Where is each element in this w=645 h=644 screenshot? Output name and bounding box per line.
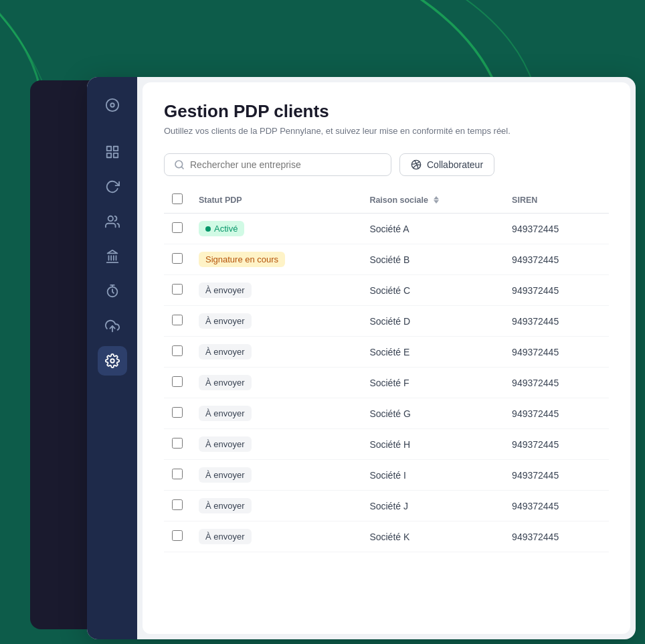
- svg-point-6: [108, 216, 112, 221]
- search-box[interactable]: [164, 153, 391, 176]
- table-row: Signature en coursSociété B949372445: [164, 244, 609, 275]
- statut-cell: À envoyer: [191, 368, 361, 398]
- row-checkbox-cell: [164, 214, 191, 244]
- row-checkbox-cell: [164, 491, 191, 521]
- th-raison[interactable]: Raison sociale: [361, 187, 504, 214]
- sidebar-item-users[interactable]: [98, 207, 127, 236]
- statut-cell: Activé: [191, 214, 361, 244]
- status-badge: À envoyer: [199, 467, 252, 483]
- statut-cell: À envoyer: [191, 460, 361, 491]
- raison-cell: Société A: [361, 214, 504, 244]
- collaborateur-icon: [411, 159, 422, 170]
- status-badge: À envoyer: [199, 498, 252, 513]
- raison-cell: Société G: [361, 398, 504, 429]
- row-checkbox-cell: [164, 244, 191, 275]
- row-checkbox[interactable]: [172, 222, 183, 233]
- svg-point-0: [106, 99, 118, 111]
- row-checkbox[interactable]: [172, 315, 183, 325]
- sidebar-item-upload[interactable]: [98, 311, 127, 341]
- active-dot: [205, 226, 211, 232]
- status-badge: Signature en cours: [199, 252, 285, 267]
- raison-cell: Société I: [361, 460, 504, 491]
- sidebar-item-bank[interactable]: [98, 242, 127, 271]
- th-siren: SIREN: [504, 187, 609, 214]
- siren-cell: 949372445: [504, 398, 609, 429]
- row-checkbox[interactable]: [172, 530, 183, 541]
- collaborateur-label: Collaborateur: [427, 159, 483, 170]
- table-row: À envoyerSociété F949372445: [164, 368, 609, 398]
- statut-cell: À envoyer: [191, 337, 361, 368]
- toolbar: Collaborateur: [143, 148, 630, 187]
- sidebar-item-refresh[interactable]: [98, 172, 127, 202]
- siren-cell: 949372445: [504, 521, 609, 552]
- sidebar-item-settings[interactable]: [98, 346, 127, 376]
- svg-marker-12: [107, 250, 117, 254]
- status-badge: À envoyer: [199, 406, 252, 421]
- table-container: Statut PDP Raison sociale: [143, 187, 630, 634]
- siren-cell: 949372445: [504, 244, 609, 275]
- table-row: ActivéSociété A949372445: [164, 214, 609, 244]
- status-badge: Activé: [199, 221, 244, 236]
- th-checkbox: [164, 187, 191, 214]
- row-checkbox[interactable]: [172, 499, 183, 510]
- table-row: À envoyerSociété D949372445: [164, 306, 609, 337]
- search-input[interactable]: [190, 159, 381, 170]
- table-row: À envoyerSociété G949372445: [164, 398, 609, 429]
- raison-cell: Société K: [361, 521, 504, 552]
- row-checkbox-cell: [164, 337, 191, 368]
- sidebar-item-logo[interactable]: [98, 90, 127, 120]
- collaborateur-button[interactable]: Collaborateur: [399, 153, 494, 176]
- row-checkbox[interactable]: [172, 438, 183, 449]
- statut-cell: À envoyer: [191, 521, 361, 552]
- row-checkbox[interactable]: [172, 376, 183, 387]
- svg-rect-4: [106, 153, 110, 157]
- statut-cell: Signature en cours: [191, 244, 361, 275]
- statut-cell: À envoyer: [191, 429, 361, 460]
- status-badge: À envoyer: [199, 344, 252, 359]
- table-row: À envoyerSociété J949372445: [164, 491, 609, 521]
- table-row: À envoyerSociété C949372445: [164, 275, 609, 306]
- siren-cell: 949372445: [504, 275, 609, 306]
- main-content: Gestion PDP clients Outillez vos clients…: [143, 82, 630, 634]
- th-statut: Statut PDP: [191, 187, 361, 214]
- row-checkbox[interactable]: [172, 345, 183, 356]
- row-checkbox[interactable]: [172, 469, 183, 479]
- statut-cell: À envoyer: [191, 398, 361, 429]
- siren-cell: 949372445: [504, 306, 609, 337]
- search-icon: [174, 159, 185, 170]
- raison-cell: Société F: [361, 368, 504, 398]
- row-checkbox[interactable]: [172, 284, 183, 295]
- siren-cell: 949372445: [504, 429, 609, 460]
- table-body: ActivéSociété A949372445Signature en cou…: [164, 214, 609, 552]
- row-checkbox-cell: [164, 521, 191, 552]
- page-header: Gestion PDP clients Outillez vos clients…: [143, 82, 630, 148]
- row-checkbox-cell: [164, 275, 191, 306]
- sort-icon: [434, 196, 439, 204]
- raison-cell: Société C: [361, 275, 504, 306]
- row-checkbox-cell: [164, 398, 191, 429]
- page-title: Gestion PDP clients: [164, 101, 609, 122]
- raison-cell: Société E: [361, 337, 504, 368]
- raison-cell: Société D: [361, 306, 504, 337]
- siren-cell: 949372445: [504, 214, 609, 244]
- siren-cell: 949372445: [504, 368, 609, 398]
- svg-line-18: [181, 167, 183, 169]
- statut-cell: À envoyer: [191, 306, 361, 337]
- row-checkbox-cell: [164, 368, 191, 398]
- sidebar-item-timer[interactable]: [98, 276, 127, 306]
- sort-raison-button[interactable]: Raison sociale: [369, 195, 439, 205]
- row-checkbox[interactable]: [172, 253, 183, 264]
- row-checkbox-cell: [164, 460, 191, 491]
- sidebar: [87, 77, 137, 639]
- status-badge: À envoyer: [199, 529, 252, 544]
- svg-rect-3: [113, 147, 117, 151]
- raison-cell: Société B: [361, 244, 504, 275]
- status-badge: À envoyer: [199, 313, 252, 329]
- status-badge: À envoyer: [199, 375, 252, 390]
- siren-cell: 949372445: [504, 337, 609, 368]
- sidebar-item-grid[interactable]: [98, 137, 127, 167]
- select-all-checkbox[interactable]: [172, 193, 183, 204]
- row-checkbox[interactable]: [172, 407, 183, 418]
- status-badge: À envoyer: [199, 436, 252, 452]
- pdp-table: Statut PDP Raison sociale: [164, 187, 609, 552]
